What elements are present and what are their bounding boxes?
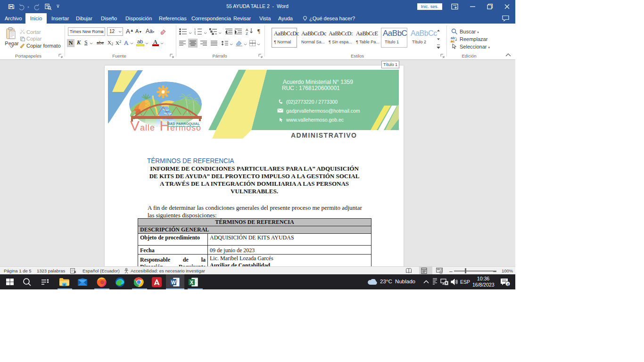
svg-text:3: 3 [194, 33, 196, 35]
svg-text:4: 4 [507, 282, 509, 287]
svg-text:X: X [190, 280, 193, 285]
svg-text:ac: ac [451, 39, 454, 42]
svg-text:W: W [171, 280, 176, 285]
svg-text:Z: Z [246, 32, 248, 35]
